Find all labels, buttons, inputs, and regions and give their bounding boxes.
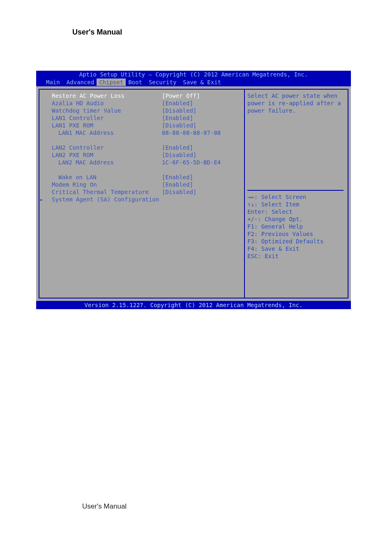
nav-enter-select: Enter: Select xyxy=(247,208,344,215)
nav-optimized-defaults: F3: Optimized Defaults xyxy=(247,238,344,245)
setting-label: LAN1 PXE ROM xyxy=(52,122,162,129)
setting-label: LAN2 PXE ROM xyxy=(52,151,162,159)
setting-label: Watchdog timer Value xyxy=(52,107,162,114)
help-line: Select AC power state when xyxy=(247,92,344,99)
bios-inner: Restore AC Power Loss [Power Off] Azalia… xyxy=(39,89,348,298)
info-label: LAN1 MAC Address xyxy=(58,129,162,136)
bios-window: Aptio Setup Utility – Copyright (C) 2012… xyxy=(36,71,351,309)
setting-value: [Disabled] xyxy=(162,188,241,196)
blank-row xyxy=(40,166,241,173)
setting-lan2-pxe-rom[interactable]: LAN2 PXE ROM [Disabled] xyxy=(40,151,241,159)
tab-advanced[interactable]: Advanced xyxy=(64,79,97,86)
setting-value: [Enabled] xyxy=(162,173,241,181)
tab-security[interactable]: Security xyxy=(146,79,179,86)
setting-value: [Disabled] xyxy=(162,107,241,114)
setting-label: Modem Ring On xyxy=(52,181,162,188)
tab-boot[interactable]: Boot xyxy=(126,79,145,86)
nav-help: →←: Select Screen ↑↓: Select Item Enter:… xyxy=(247,193,344,260)
nav-change-opt: +/-: Change Opt. xyxy=(247,215,344,223)
tab-chipset[interactable]: Chipset xyxy=(97,79,126,86)
submenu-label: System Agent (SA) Configuration xyxy=(52,196,159,203)
tab-main[interactable]: Main xyxy=(44,79,62,86)
setting-critical-thermal-temperature[interactable]: Critical Thermal Temperature [Disabled] xyxy=(40,188,241,196)
setting-watchdog-timer[interactable]: Watchdog timer Value [Disabled] xyxy=(40,107,241,114)
setting-label: LAN2 Controller xyxy=(52,144,162,151)
setting-lan1-controller[interactable]: LAN1 Controller [Enabled] xyxy=(40,114,241,122)
nav-general-help: F1: General Help xyxy=(247,223,344,230)
info-value: 88-88-88-88-87-88 xyxy=(162,129,241,136)
help-description: Select AC power state when power is re-a… xyxy=(247,92,344,189)
bios-frame: Restore AC Power Loss [Power Off] Azalia… xyxy=(36,86,351,301)
page-footer: User's Manual xyxy=(82,502,127,511)
setting-label: Wake on LAN xyxy=(58,173,162,181)
tab-save-exit[interactable]: Save & Exit xyxy=(180,79,224,86)
setting-label: Restore AC Power Loss xyxy=(52,92,162,99)
setting-label: Azalia HD Audio xyxy=(52,99,162,107)
info-lan2-mac-address: LAN2 MAC Address 1C-6F-65-5D-BD-E4 xyxy=(40,159,241,166)
setting-value: [Disabled] xyxy=(162,151,241,159)
setting-wake-on-lan[interactable]: Wake on LAN [Enabled] xyxy=(40,173,241,181)
setting-azalia-hd-audio[interactable]: Azalia HD Audio [Enabled] xyxy=(40,99,241,107)
info-lan1-mac-address: LAN1 MAC Address 88-88-88-88-87-88 xyxy=(40,129,241,136)
setting-value: [Enabled] xyxy=(162,144,241,151)
help-line: power failure. xyxy=(247,107,344,114)
nav-previous-values: F2: Previous Values xyxy=(247,230,344,238)
setting-value: [Enabled] xyxy=(162,114,241,122)
nav-esc-exit: ESC: Exit xyxy=(247,252,344,260)
blank-row xyxy=(40,136,241,144)
setting-lan2-controller[interactable]: LAN2 Controller [Enabled] xyxy=(40,144,241,151)
submenu-arrow-icon xyxy=(40,196,46,203)
setting-modem-ring-on[interactable]: Modem Ring On [Enabled] xyxy=(40,181,241,188)
info-label: LAN2 MAC Address xyxy=(58,159,162,166)
nav-save-exit: F4: Save & Exit xyxy=(247,245,344,252)
setting-label: Critical Thermal Temperature xyxy=(52,188,162,196)
setting-value: [Enabled] xyxy=(162,99,241,107)
setting-value: [Enabled] xyxy=(162,181,241,188)
setting-value: [Power Off] xyxy=(162,92,241,99)
help-line: power is re-applied after a xyxy=(247,99,344,107)
setting-label: LAN1 Controller xyxy=(52,114,162,122)
bios-version-bar: Version 2.15.1227. Copyright (C) 2012 Am… xyxy=(36,301,351,309)
nav-select-item: ↑↓: Select Item xyxy=(247,201,344,208)
setting-value: [Disabled] xyxy=(162,122,241,129)
info-value: 1C-6F-65-5D-BD-E4 xyxy=(162,159,241,166)
setting-restore-ac-power-loss[interactable]: Restore AC Power Loss [Power Off] xyxy=(40,92,241,99)
bios-title-bar: Aptio Setup Utility – Copyright (C) 2012… xyxy=(36,71,351,78)
help-pane: Select AC power state when power is re-a… xyxy=(244,90,346,298)
nav-select-screen: →←: Select Screen xyxy=(247,193,344,201)
help-divider xyxy=(247,190,344,191)
bios-menu-bar: Main Advanced Chipset Boot Security Save… xyxy=(36,78,351,86)
setting-lan1-pxe-rom[interactable]: LAN1 PXE ROM [Disabled] xyxy=(40,122,241,129)
page-title: User's Manual xyxy=(72,28,122,37)
submenu-system-agent-configuration[interactable]: System Agent (SA) Configuration xyxy=(40,196,241,203)
settings-pane: Restore AC Power Loss [Power Off] Azalia… xyxy=(39,90,244,298)
